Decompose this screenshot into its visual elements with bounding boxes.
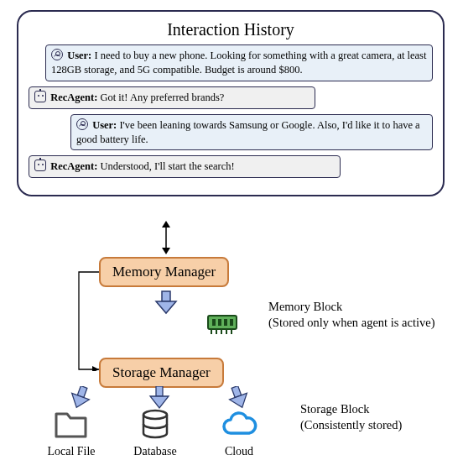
storage-manager-label: Storage Manager <box>112 364 211 380</box>
svg-marker-19 <box>150 396 169 408</box>
interaction-history-panel: Interaction History User: I need to buy … <box>17 10 445 196</box>
arrow-down-icon <box>151 290 181 316</box>
bot-icon <box>34 91 46 102</box>
chat-message-agent: RecAgent: Got it! Any preferred brands? <box>29 86 315 109</box>
interaction-history-title: Interaction History <box>29 20 433 39</box>
message-role-label: RecAgent: <box>50 92 97 103</box>
storage-manager-box: Storage Manager <box>99 358 224 388</box>
folder-icon <box>52 408 91 442</box>
svg-marker-2 <box>162 248 170 254</box>
connector-line <box>74 270 107 371</box>
svg-rect-9 <box>230 319 233 326</box>
memory-block-label-line1: Memory Block <box>268 300 342 313</box>
svg-marker-1 <box>162 221 170 228</box>
bidirectional-arrow-icon <box>158 219 174 256</box>
message-text: I've been leaning towards Samsung or Goo… <box>76 119 420 145</box>
storage-target-database: Database <box>117 408 193 458</box>
memory-chip-icon <box>205 312 239 336</box>
storage-target-cloud: Cloud <box>201 408 277 458</box>
svg-rect-7 <box>218 319 221 326</box>
memory-manager-box: Memory Manager <box>99 257 229 287</box>
memory-block-label-line2: (Stored only when agent is active) <box>268 316 435 329</box>
user-icon <box>51 49 63 60</box>
bot-icon <box>34 160 46 171</box>
memory-block-label: Memory Block (Stored only when agent is … <box>268 299 435 331</box>
svg-rect-3 <box>162 291 170 301</box>
svg-marker-15 <box>92 366 99 371</box>
storage-target-label: Database <box>117 445 193 458</box>
message-role-label: User: <box>67 50 91 61</box>
svg-point-22 <box>143 411 167 419</box>
storage-target-local-file: Local File <box>34 408 109 458</box>
storage-block-label-line1: Storage Block <box>300 402 370 416</box>
svg-marker-4 <box>156 301 176 313</box>
chat-message-user: User: I need to buy a new phone. Looking… <box>45 44 433 81</box>
message-text: Got it! Any preferred brands? <box>100 92 224 103</box>
svg-rect-8 <box>224 319 227 326</box>
storage-target-label: Local File <box>34 445 109 458</box>
message-text: I need to buy a new phone. Looking for s… <box>51 50 426 76</box>
chat-message-agent: RecAgent: Understood, I'll start the sea… <box>29 155 341 178</box>
storage-target-label: Cloud <box>201 445 277 458</box>
message-text: Understood, I'll start the search! <box>100 160 234 172</box>
memory-manager-label: Memory Manager <box>112 264 216 280</box>
svg-rect-6 <box>212 319 216 326</box>
cloud-icon <box>217 408 261 442</box>
user-icon <box>76 118 88 130</box>
message-role-label: RecAgent: <box>50 160 97 172</box>
chat-message-user: User: I've been leaning towards Samsung … <box>70 114 433 151</box>
storage-block-label-line2: (Consistently stored) <box>300 418 402 432</box>
storage-block-label: Storage Block (Consistently stored) <box>300 401 402 433</box>
svg-rect-18 <box>156 386 163 396</box>
message-role-label: User: <box>92 119 117 131</box>
database-icon <box>136 408 174 442</box>
